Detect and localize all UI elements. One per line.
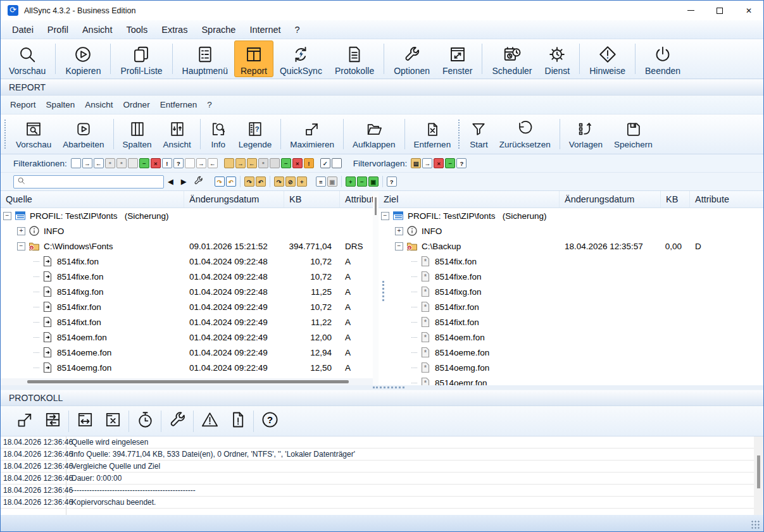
close-protocol-button[interactable] (99, 408, 127, 435)
search-input[interactable] (28, 177, 160, 186)
report-button[interactable]: Report (234, 40, 273, 77)
menu-profil[interactable]: Profil (41, 25, 75, 35)
menu-help[interactable]: ? (288, 25, 307, 35)
search-help-icon[interactable]: ? (387, 176, 397, 187)
protocol-help-button[interactable]: ? (256, 408, 284, 435)
file-empty-left-icon[interactable]: ← (208, 158, 218, 168)
selection-exclude-icon[interactable]: − (357, 176, 367, 187)
info-button[interactable]: Info (204, 116, 233, 152)
table-row[interactable]: *8514oemr.fon (379, 375, 764, 385)
report-menu-entfernen[interactable]: Entfernen (155, 100, 203, 109)
start-button[interactable]: Start (464, 116, 494, 152)
selection-copy-icon[interactable]: ▣ (368, 176, 379, 187)
toolbar-grip-icon[interactable] (4, 120, 7, 149)
folder-identical-icon[interactable] (270, 158, 280, 168)
column-header-aenderungsdatum[interactable]: Änderungsdatum (560, 191, 661, 207)
table-row[interactable]: 8514fix.fon01.04.2024 09:22:4810,72A (1, 254, 373, 269)
file-copy-right-icon[interactable]: → (82, 158, 92, 168)
vorlagen-button[interactable]: Vorlagen (563, 116, 608, 152)
table-row[interactable]: 8514oeme.fon01.04.2024 09:22:4912,94A (1, 345, 373, 360)
vorschau-button[interactable]: Vorschau (10, 116, 57, 152)
table-row[interactable]: *8514oem.fon (379, 330, 764, 345)
table-row[interactable]: −0C:\Windows\Fonts09.01.2026 15:21:52394… (1, 238, 373, 254)
file-changed-left-icon[interactable]: * (116, 158, 127, 168)
ansicht-button[interactable]: Ansicht (157, 116, 196, 152)
protokolle-button[interactable]: Protokolle (329, 40, 380, 77)
toolbar-grip-icon[interactable] (458, 120, 461, 149)
hinweise-button[interactable]: Hinweise (583, 40, 632, 77)
table-row[interactable]: 8514fixe.fon01.04.2024 09:22:4810,72A (1, 269, 373, 284)
protocol-splitter[interactable] (1, 385, 763, 390)
compare-details-icon[interactable]: ≡ (316, 176, 326, 187)
folder-new-icon[interactable] (224, 158, 234, 168)
protocol-options-button[interactable] (163, 408, 191, 435)
entfernen-button[interactable]: Entfernen (408, 116, 457, 152)
file-empty-right-icon[interactable]: → (196, 158, 206, 168)
file-copy-left-icon[interactable]: ← (94, 158, 104, 168)
table-row[interactable]: 8514fixt.fon01.04.2024 09:22:4911,22A (1, 314, 373, 330)
file-new-icon[interactable] (71, 158, 81, 168)
table-row[interactable]: +INFO (1, 223, 373, 238)
template-open-icon[interactable]: ▤ (411, 158, 421, 168)
log-scrollbar-thumb[interactable] (757, 455, 760, 488)
file-excluded-icon[interactable]: − (139, 158, 149, 168)
folder-goto-icon[interactable]: ↷ (274, 176, 284, 187)
table-row[interactable]: 8514oem.fon01.04.2024 09:22:4912,00A (1, 330, 373, 345)
filter-check-on-icon[interactable]: ✓ (320, 158, 330, 168)
report-menu-ansicht[interactable]: Ansicht (80, 100, 118, 109)
table-row[interactable]: *8514fixe.fon (379, 269, 764, 284)
timer-button[interactable] (131, 408, 159, 435)
transfer-window-button[interactable] (39, 408, 66, 435)
file-conflict-icon[interactable]: ! (162, 158, 172, 168)
column-header-kb[interactable]: KB (284, 191, 340, 207)
speichern-button[interactable]: Speichern (608, 116, 658, 152)
filter-check-off-icon[interactable] (332, 158, 342, 168)
errors-button[interactable] (223, 408, 251, 435)
legende-button[interactable]: ?Legende (233, 116, 278, 152)
fenster-button[interactable]: Fenster (436, 40, 479, 77)
scrollbar-thumb[interactable] (375, 197, 377, 215)
collapse-source-tree-icon[interactable]: ↶ (226, 176, 236, 187)
optionen-button[interactable]: Optionen (387, 40, 436, 77)
table-row[interactable]: 8514oemg.fon01.04.2024 09:22:4912,50A (1, 360, 373, 375)
table-row[interactable]: +INFO (379, 223, 764, 238)
table-row[interactable]: *8514fixg.fon (379, 284, 764, 299)
table-row[interactable]: *8514fixt.fon (379, 314, 764, 330)
tree-expander[interactable]: − (17, 242, 25, 251)
tree-expander[interactable]: − (395, 242, 403, 251)
table-row[interactable]: *8514oemg.fon (379, 360, 764, 375)
dienst-button[interactable]: Dienst (539, 40, 577, 77)
collapse-folder-icon[interactable]: ↶ (256, 176, 266, 187)
menu-sprache[interactable]: Sprache (194, 25, 242, 35)
abarbeiten-button[interactable]: Abarbeiten (57, 116, 110, 152)
report-menu-report[interactable]: Report (5, 100, 41, 109)
menu-datei[interactable]: Datei (5, 25, 41, 35)
folder-copy-left-icon[interactable]: ← (247, 158, 257, 168)
menu-tools[interactable]: Tools (119, 25, 154, 35)
fit-width-button[interactable] (71, 408, 99, 435)
expand-folder-icon[interactable]: ↷ (244, 176, 254, 187)
search-options-button[interactable] (191, 175, 206, 189)
table-row[interactable]: 8514fixr.fon01.04.2024 09:22:4910,72A (1, 299, 373, 314)
menu-ansicht[interactable]: Ansicht (75, 25, 120, 35)
tree-expander[interactable]: − (3, 212, 11, 220)
template-help-icon[interactable]: ? (456, 158, 467, 168)
table-row[interactable]: *8514oeme.fon (379, 345, 764, 360)
aufklappen-button[interactable]: Aufklappen (347, 116, 401, 152)
file-empty-icon[interactable] (185, 158, 195, 168)
warnings-button[interactable] (196, 408, 223, 435)
horizontal-scrollbar[interactable] (1, 378, 373, 385)
zuruecksetzen-button[interactable]: Zurücksetzen (494, 116, 556, 152)
column-header-ziel[interactable]: Ziel (379, 191, 560, 207)
report-menu-spalten[interactable]: Spalten (41, 100, 80, 109)
menu-extras[interactable]: Extras (154, 25, 194, 35)
report-menu-ordner[interactable]: Ordner (118, 100, 155, 109)
template-delete-icon[interactable]: × (434, 158, 444, 168)
file-changed-right-icon[interactable]: * (105, 158, 115, 168)
column-header-quelle[interactable]: Quelle (1, 191, 184, 207)
close-button[interactable]: ✕ (734, 1, 763, 20)
table-row[interactable]: −0C:\Backup18.04.2026 12:35:570,00D (379, 238, 764, 254)
folder-conflict-icon[interactable]: ! (304, 158, 314, 168)
maximieren-button[interactable]: Maximieren (284, 116, 340, 152)
menu-internet[interactable]: Internet (242, 25, 287, 35)
